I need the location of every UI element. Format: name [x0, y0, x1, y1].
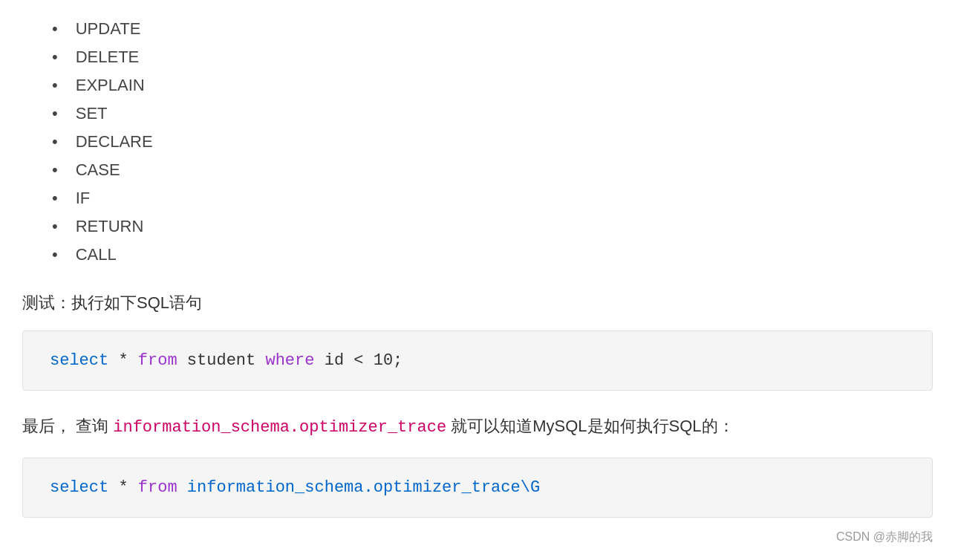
- list-item: UPDATE: [22, 15, 933, 43]
- keyword-label: IF: [76, 189, 91, 208]
- code-star: *: [118, 351, 137, 370]
- keyword-label: SET: [76, 104, 108, 123]
- list-item: EXPLAIN: [22, 71, 933, 100]
- keyword-list-ul: UPDATE DELETE EXPLAIN SET DECLARE CASE I…: [22, 15, 933, 269]
- code2-from-kw: from: [138, 478, 177, 497]
- keyword-label: UPDATE: [76, 19, 141, 39]
- keyword-label: CASE: [76, 160, 120, 180]
- keyword-list: UPDATE DELETE EXPLAIN SET DECLARE CASE I…: [22, 15, 933, 269]
- code-table: student: [187, 351, 266, 370]
- watermark: CSDN @赤脚的我: [836, 530, 933, 545]
- list-item: SET: [22, 100, 933, 128]
- code2-star: *: [118, 478, 137, 497]
- code-from-kw: from: [138, 351, 177, 370]
- code-block-1: select * from student where id < 10;: [22, 331, 933, 391]
- list-item: DELETE: [22, 43, 933, 71]
- section1-heading: 测试：执行如下SQL语句: [22, 290, 933, 316]
- code-select-kw: select: [50, 351, 108, 370]
- code2-select-kw: select: [50, 478, 108, 497]
- keyword-label: EXPLAIN: [76, 76, 145, 95]
- list-item: RETURN: [22, 212, 933, 241]
- list-item: IF: [22, 184, 933, 212]
- code-condition: id < 10;: [325, 351, 403, 370]
- section2-heading: 最后， 查询 information_schema.optimizer_trac…: [22, 411, 933, 443]
- keyword-label: DECLARE: [76, 132, 153, 152]
- code2-schema: information_schema.optimizer_trace\G: [187, 478, 540, 497]
- keyword-label: DELETE: [76, 48, 140, 67]
- keyword-label: CALL: [76, 245, 117, 264]
- inline-code-optimizer: information_schema.optimizer_trace: [113, 418, 446, 437]
- list-item: DECLARE: [22, 128, 933, 156]
- list-item: CASE: [22, 156, 933, 184]
- code-block-2: select * from information_schema.optimiz…: [22, 458, 933, 518]
- list-item: CALL: [22, 241, 933, 269]
- keyword-label: RETURN: [76, 217, 144, 236]
- code-where-kw: where: [265, 351, 314, 370]
